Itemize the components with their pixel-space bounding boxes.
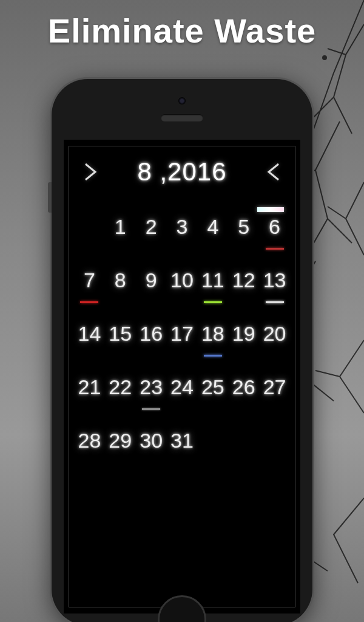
month-row: 8 ,2016	[73, 157, 291, 199]
day-mark	[266, 301, 284, 303]
calendar-day-12[interactable]: 12	[228, 268, 259, 298]
calendar-day-26[interactable]: 26	[228, 375, 259, 405]
calendar-day-27[interactable]: 27	[259, 375, 290, 405]
today-indicator	[257, 207, 284, 212]
calendar-day-21[interactable]: 21	[74, 375, 105, 405]
calendar-day-6[interactable]: 6	[259, 214, 290, 245]
next-month-button[interactable]	[261, 160, 285, 184]
calendar-panel: 8 ,2016 12345678910111213141516171819202…	[69, 146, 295, 607]
calendar-blank	[74, 214, 105, 245]
calendar-day-7[interactable]: 7	[74, 268, 105, 298]
day-mark	[80, 301, 98, 303]
chevron-left-icon	[265, 162, 281, 182]
calendar-day-11[interactable]: 11	[197, 268, 228, 298]
calendar-day-4[interactable]: 4	[197, 214, 228, 245]
calendar-day-31[interactable]: 31	[167, 428, 198, 459]
calendar-day-14[interactable]: 14	[74, 321, 105, 352]
screen: 8 ,2016 12345678910111213141516171819202…	[64, 140, 300, 613]
calendar-day-24[interactable]: 24	[167, 375, 198, 405]
calendar-day-2[interactable]: 2	[136, 214, 167, 245]
calendar-day-1[interactable]: 1	[105, 214, 136, 245]
calendar-day-5[interactable]: 5	[228, 214, 259, 245]
phone-camera	[178, 97, 186, 104]
headline: Eliminate Waste	[0, 11, 364, 50]
calendar-day-8[interactable]: 8	[105, 268, 136, 298]
calendar-day-13[interactable]: 13	[259, 268, 290, 298]
day-mark	[142, 408, 160, 410]
svg-point-0	[323, 56, 326, 60]
calendar-day-9[interactable]: 9	[136, 268, 167, 298]
calendar-day-10[interactable]: 10	[167, 268, 198, 298]
chevron-right-icon	[83, 162, 99, 182]
day-mark	[204, 355, 222, 357]
prev-month-button[interactable]	[79, 160, 103, 184]
calendar-day-28[interactable]: 28	[74, 428, 105, 459]
phone-mock: 8 ,2016 12345678910111213141516171819202…	[52, 79, 312, 622]
calendar-grid: 1234567891011121314151617181920212223242…	[73, 199, 291, 459]
calendar-day-20[interactable]: 20	[259, 321, 290, 352]
calendar-day-30[interactable]: 30	[136, 428, 167, 459]
calendar-day-19[interactable]: 19	[228, 321, 259, 352]
calendar-day-18[interactable]: 18	[197, 321, 228, 352]
phone-speaker	[161, 114, 203, 121]
calendar-day-29[interactable]: 29	[105, 428, 136, 459]
calendar-day-23[interactable]: 23	[136, 375, 167, 405]
day-mark	[266, 248, 284, 250]
calendar-day-15[interactable]: 15	[105, 321, 136, 352]
calendar-day-22[interactable]: 22	[105, 375, 136, 405]
calendar-day-17[interactable]: 17	[167, 321, 198, 352]
calendar-day-3[interactable]: 3	[167, 214, 198, 245]
day-mark	[204, 301, 222, 303]
calendar-day-25[interactable]: 25	[197, 375, 228, 405]
month-year-label[interactable]: 8 ,2016	[137, 157, 226, 186]
calendar-day-16[interactable]: 16	[136, 321, 167, 352]
